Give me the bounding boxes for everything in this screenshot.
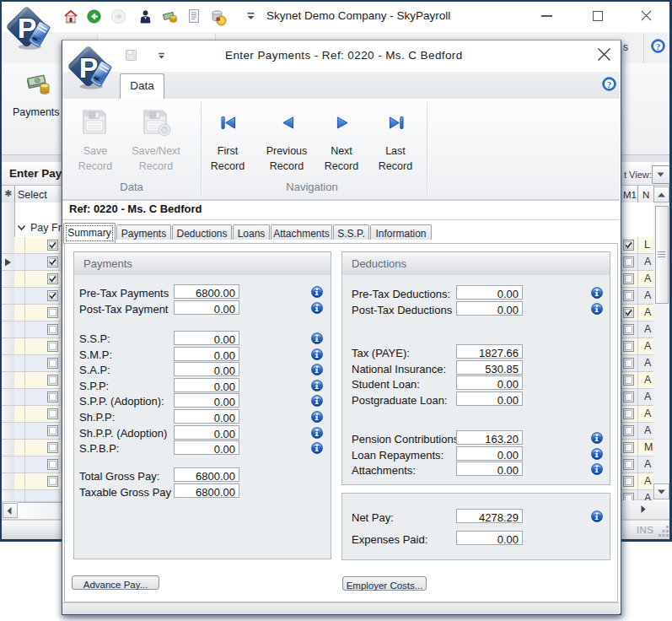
svg-text:?: ? xyxy=(607,79,612,89)
svg-text:?: ? xyxy=(656,41,661,51)
svg-text:P: P xyxy=(79,51,99,84)
svg-text:P: P xyxy=(18,12,37,44)
